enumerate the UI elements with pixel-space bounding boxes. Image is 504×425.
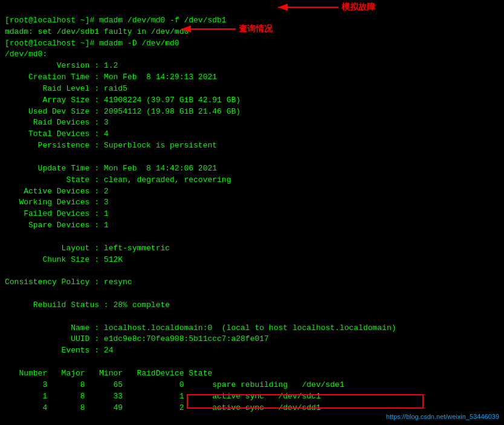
info-failed-devices: Failed Devices : 1 bbox=[5, 209, 109, 218]
info-rebuild-status: Rebuild Status : 28% complete bbox=[5, 300, 170, 310]
info-update-time: Update Time : Mon Feb 8 14:42:06 2021 bbox=[5, 164, 217, 173]
info-raid-devices: Raid Devices : 3 bbox=[5, 118, 109, 127]
info-array-size: Array Size : 41908224 (39.97 GiB 42.91 G… bbox=[5, 96, 241, 105]
terminal-window: [root@localhost ~]# mdadm /dev/md0 -f /d… bbox=[0, 0, 504, 425]
info-creation-time: Creation Time : Mon Feb 8 14:29:13 2021 bbox=[5, 73, 217, 82]
output-line-1: mdadm: set /dev/sdb1 faulty in /dev/md0 bbox=[5, 27, 189, 36]
info-raid-level: Raid Level : raid5 bbox=[5, 84, 128, 93]
info-events: Events : 24 bbox=[5, 346, 113, 355]
info-used-dev-size: Used Dev Size : 20954112 (19.98 GiB 21.4… bbox=[5, 107, 241, 116]
info-layout: Layout : left-symmetric bbox=[5, 244, 170, 253]
cmd-line-2: [root@localhost ~]# mdadm -D /dev/md0 bbox=[5, 39, 179, 48]
table-row-sde1: 3 8 65 0 spare rebuilding /dev/sde1 bbox=[5, 380, 344, 389]
info-active-devices: Active Devices : 2 bbox=[5, 187, 109, 196]
table-row-sdd1: 4 8 49 2 active sync /dev/sdd1 bbox=[5, 403, 321, 412]
info-name: Name : localhost.localdomain:0 (local to… bbox=[5, 323, 396, 333]
info-persistence: Persistence : Superblock is persistent bbox=[5, 141, 217, 150]
info-state: State : clean, degraded, recovering bbox=[5, 175, 231, 184]
watermark: https://blog.csdn.net/weixin_53446039 bbox=[386, 413, 499, 420]
info-uuid: UUID : e1dc9e8c:70fea908:5b11ccc7:a28fe0… bbox=[5, 334, 269, 343]
info-version: Version : 1.2 bbox=[5, 61, 118, 70]
info-consistency-policy: Consistency Policy : resync bbox=[5, 277, 132, 287]
cmd-line-1: [root@localhost ~]# mdadm /dev/md0 -f /d… bbox=[5, 16, 227, 25]
table-row-sdc1: 1 8 33 1 active sync /dev/sdc1 bbox=[5, 392, 321, 401]
info-working-devices: Working Devices : 3 bbox=[5, 198, 109, 207]
info-total-devices: Total Devices : 4 bbox=[5, 129, 109, 138]
output-device: /dev/md0: bbox=[5, 50, 47, 59]
info-chunk-size: Chunk Size : 512K bbox=[5, 255, 123, 264]
info-spare-devices: Spare Devices : 1 bbox=[5, 221, 109, 230]
table-header: Number Major Minor RaidDevice State bbox=[5, 369, 212, 378]
